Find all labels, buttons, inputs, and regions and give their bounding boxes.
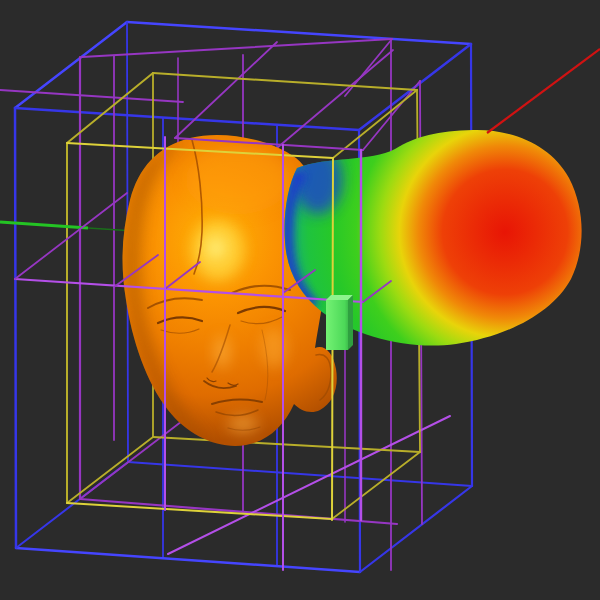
3d-render-canvas[interactable] [0, 0, 600, 600]
3d-viewport[interactable] [0, 0, 600, 600]
antenna-feed-block[interactable] [326, 295, 353, 350]
